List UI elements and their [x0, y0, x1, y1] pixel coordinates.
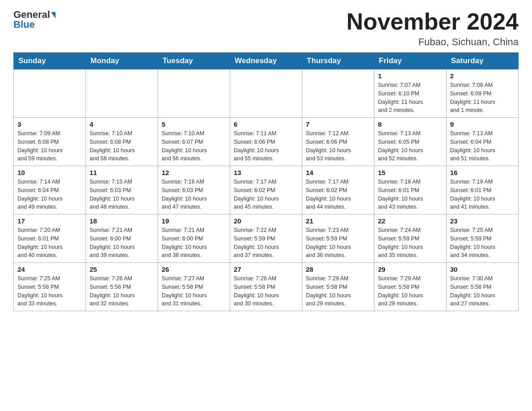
logo-blue-text: Blue — [13, 19, 35, 30]
table-row: 26Sunrise: 7:27 AMSunset: 5:58 PMDayligh… — [158, 263, 230, 311]
table-row: 2Sunrise: 7:08 AMSunset: 6:09 PMDaylight… — [446, 69, 519, 118]
day-number: 18 — [90, 217, 154, 225]
day-number: 14 — [306, 169, 370, 176]
day-number: 11 — [90, 169, 154, 176]
title-block: November 2024 Fubao, Sichuan, China — [347, 9, 519, 48]
table-row: 18Sunrise: 7:21 AMSunset: 6:00 PMDayligh… — [86, 214, 158, 263]
table-row: 24Sunrise: 7:25 AMSunset: 5:58 PMDayligh… — [14, 263, 86, 311]
table-row: 6Sunrise: 7:11 AMSunset: 6:06 PMDaylight… — [230, 118, 302, 166]
day-info: Sunrise: 7:25 AMSunset: 5:58 PMDaylight:… — [17, 274, 82, 308]
table-row: 4Sunrise: 7:10 AMSunset: 6:08 PMDaylight… — [86, 118, 158, 166]
table-row: 25Sunrise: 7:26 AMSunset: 5:58 PMDayligh… — [86, 263, 158, 311]
day-info: Sunrise: 7:29 AMSunset: 5:58 PMDaylight:… — [306, 274, 370, 308]
table-row — [302, 69, 374, 118]
day-number: 21 — [306, 217, 370, 225]
table-row: 10Sunrise: 7:14 AMSunset: 6:04 PMDayligh… — [14, 166, 86, 214]
table-row — [158, 69, 230, 118]
day-info: Sunrise: 7:28 AMSunset: 5:58 PMDaylight:… — [234, 274, 298, 308]
day-info: Sunrise: 7:07 AMSunset: 6:10 PMDaylight:… — [378, 81, 442, 115]
day-number: 10 — [17, 169, 82, 176]
col-wednesday: Wednesday — [230, 53, 302, 69]
day-info: Sunrise: 7:21 AMSunset: 6:00 PMDaylight:… — [90, 226, 154, 260]
table-row: 16Sunrise: 7:19 AMSunset: 6:01 PMDayligh… — [446, 166, 519, 214]
day-info: Sunrise: 7:13 AMSunset: 6:04 PMDaylight:… — [450, 129, 515, 163]
col-sunday: Sunday — [14, 53, 86, 69]
table-row: 22Sunrise: 7:24 AMSunset: 5:59 PMDayligh… — [374, 214, 446, 263]
day-info: Sunrise: 7:18 AMSunset: 6:01 PMDaylight:… — [378, 178, 442, 211]
day-info: Sunrise: 7:22 AMSunset: 5:59 PMDaylight:… — [234, 226, 298, 260]
col-thursday: Thursday — [302, 53, 374, 69]
day-info: Sunrise: 7:12 AMSunset: 6:06 PMDaylight:… — [306, 129, 370, 163]
day-info: Sunrise: 7:13 AMSunset: 6:05 PMDaylight:… — [378, 129, 442, 163]
calendar-week-row: 3Sunrise: 7:09 AMSunset: 6:08 PMDaylight… — [14, 118, 519, 166]
table-row — [230, 69, 302, 118]
col-tuesday: Tuesday — [158, 53, 230, 69]
day-number: 17 — [17, 217, 82, 225]
day-number: 26 — [162, 265, 226, 273]
day-info: Sunrise: 7:26 AMSunset: 5:58 PMDaylight:… — [90, 274, 154, 308]
table-row: 15Sunrise: 7:18 AMSunset: 6:01 PMDayligh… — [374, 166, 446, 214]
day-number: 25 — [90, 265, 154, 273]
table-row: 9Sunrise: 7:13 AMSunset: 6:04 PMDaylight… — [446, 118, 519, 166]
table-row: 13Sunrise: 7:17 AMSunset: 6:02 PMDayligh… — [230, 166, 302, 214]
calendar-header-row: Sunday Monday Tuesday Wednesday Thursday… — [14, 53, 519, 69]
col-saturday: Saturday — [446, 53, 519, 69]
day-info: Sunrise: 7:15 AMSunset: 6:03 PMDaylight:… — [90, 178, 154, 211]
table-row: 23Sunrise: 7:25 AMSunset: 5:59 PMDayligh… — [446, 214, 519, 263]
day-info: Sunrise: 7:19 AMSunset: 6:01 PMDaylight:… — [450, 178, 515, 211]
day-info: Sunrise: 7:09 AMSunset: 6:08 PMDaylight:… — [17, 129, 82, 163]
day-number: 3 — [17, 120, 82, 128]
calendar-week-row: 10Sunrise: 7:14 AMSunset: 6:04 PMDayligh… — [14, 166, 519, 214]
day-number: 29 — [378, 265, 442, 273]
day-info: Sunrise: 7:25 AMSunset: 5:59 PMDaylight:… — [450, 226, 515, 260]
day-number: 9 — [450, 120, 515, 128]
day-info: Sunrise: 7:27 AMSunset: 5:58 PMDaylight:… — [162, 274, 226, 308]
day-number: 27 — [234, 265, 298, 273]
table-row: 8Sunrise: 7:13 AMSunset: 6:05 PMDaylight… — [374, 118, 446, 166]
day-number: 28 — [306, 265, 370, 273]
table-row: 14Sunrise: 7:17 AMSunset: 6:02 PMDayligh… — [302, 166, 374, 214]
table-row: 1Sunrise: 7:07 AMSunset: 6:10 PMDaylight… — [374, 69, 446, 118]
table-row: 27Sunrise: 7:28 AMSunset: 5:58 PMDayligh… — [230, 263, 302, 311]
table-row: 19Sunrise: 7:21 AMSunset: 6:00 PMDayligh… — [158, 214, 230, 263]
table-row: 21Sunrise: 7:23 AMSunset: 5:59 PMDayligh… — [302, 214, 374, 263]
location-title: Fubao, Sichuan, China — [347, 36, 519, 48]
day-number: 22 — [378, 217, 442, 225]
table-row: 12Sunrise: 7:16 AMSunset: 6:03 PMDayligh… — [158, 166, 230, 214]
table-row — [86, 69, 158, 118]
calendar-week-row: 1Sunrise: 7:07 AMSunset: 6:10 PMDaylight… — [14, 69, 519, 118]
day-number: 24 — [17, 265, 82, 273]
day-number: 20 — [234, 217, 298, 225]
day-number: 6 — [234, 120, 298, 128]
table-row: 30Sunrise: 7:30 AMSunset: 5:58 PMDayligh… — [446, 263, 519, 311]
page-header: General Blue November 2024 Fubao, Sichua… — [13, 9, 519, 48]
calendar-week-row: 24Sunrise: 7:25 AMSunset: 5:58 PMDayligh… — [14, 263, 519, 311]
table-row: 28Sunrise: 7:29 AMSunset: 5:58 PMDayligh… — [302, 263, 374, 311]
day-number: 19 — [162, 217, 226, 225]
day-info: Sunrise: 7:23 AMSunset: 5:59 PMDaylight:… — [306, 226, 370, 260]
day-info: Sunrise: 7:29 AMSunset: 5:58 PMDaylight:… — [378, 274, 442, 308]
table-row: 29Sunrise: 7:29 AMSunset: 5:58 PMDayligh… — [374, 263, 446, 311]
calendar-table: Sunday Monday Tuesday Wednesday Thursday… — [13, 52, 519, 311]
day-info: Sunrise: 7:10 AMSunset: 6:08 PMDaylight:… — [90, 129, 154, 163]
day-info: Sunrise: 7:16 AMSunset: 6:03 PMDaylight:… — [162, 178, 226, 211]
day-number: 7 — [306, 120, 370, 128]
table-row — [14, 69, 86, 118]
day-info: Sunrise: 7:30 AMSunset: 5:58 PMDaylight:… — [450, 274, 515, 308]
day-number: 8 — [378, 120, 442, 128]
day-number: 2 — [450, 72, 515, 80]
month-title: November 2024 — [347, 9, 519, 34]
col-monday: Monday — [86, 53, 158, 69]
day-number: 5 — [162, 120, 226, 128]
day-number: 30 — [450, 265, 515, 273]
day-info: Sunrise: 7:24 AMSunset: 5:59 PMDaylight:… — [378, 226, 442, 260]
day-number: 4 — [90, 120, 154, 128]
col-friday: Friday — [374, 53, 446, 69]
calendar-week-row: 17Sunrise: 7:20 AMSunset: 6:01 PMDayligh… — [14, 214, 519, 263]
day-info: Sunrise: 7:11 AMSunset: 6:06 PMDaylight:… — [234, 129, 298, 163]
day-info: Sunrise: 7:08 AMSunset: 6:09 PMDaylight:… — [450, 81, 515, 115]
day-number: 13 — [234, 169, 298, 176]
day-number: 16 — [450, 169, 515, 176]
logo: General Blue — [13, 9, 56, 30]
day-number: 23 — [450, 217, 515, 225]
